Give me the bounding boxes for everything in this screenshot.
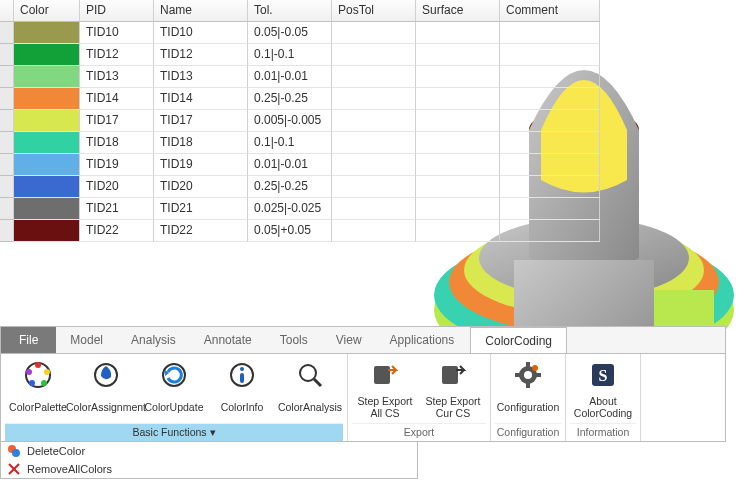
cell-comment[interactable] — [500, 44, 600, 66]
btn-colorinfo[interactable]: ColorInfo — [209, 358, 275, 421]
cell-pid[interactable]: TID17 — [80, 110, 154, 132]
cell-tol[interactable]: 0.1|-0.1 — [248, 44, 332, 66]
col-header-postol[interactable]: PosTol — [332, 0, 416, 22]
cell-postol[interactable] — [332, 154, 416, 176]
color-swatch[interactable] — [14, 110, 80, 132]
cell-surface[interactable] — [416, 44, 500, 66]
color-swatch[interactable] — [14, 154, 80, 176]
cell-name[interactable]: TID13 — [154, 66, 248, 88]
cell-surface[interactable] — [416, 198, 500, 220]
color-swatch[interactable] — [14, 66, 80, 88]
row-selector[interactable] — [0, 176, 14, 198]
cell-pid[interactable]: TID10 — [80, 22, 154, 44]
col-header-tol.[interactable]: Tol. — [248, 0, 332, 22]
cell-pid[interactable]: TID12 — [80, 44, 154, 66]
color-swatch[interactable] — [14, 132, 80, 154]
tab-colorcoding[interactable]: ColorCoding — [470, 327, 567, 353]
btn-about[interactable]: S About ColorCoding — [570, 358, 636, 421]
cell-surface[interactable] — [416, 88, 500, 110]
cell-postol[interactable] — [332, 176, 416, 198]
color-swatch[interactable] — [14, 22, 80, 44]
cell-surface[interactable] — [416, 176, 500, 198]
row-selector[interactable] — [0, 132, 14, 154]
cell-pid[interactable]: TID22 — [80, 220, 154, 242]
cell-name[interactable]: TID10 — [154, 22, 248, 44]
cell-postol[interactable] — [332, 44, 416, 66]
col-header-comment[interactable]: Comment — [500, 0, 600, 22]
cell-name[interactable]: TID17 — [154, 110, 248, 132]
btn-configuration[interactable]: Configuration — [495, 358, 561, 421]
cell-comment[interactable] — [500, 88, 600, 110]
cell-tol[interactable]: 0.25|-0.25 — [248, 176, 332, 198]
cell-comment[interactable] — [500, 66, 600, 88]
row-selector-header[interactable] — [0, 0, 14, 22]
cell-pid[interactable]: TID19 — [80, 154, 154, 176]
cell-surface[interactable] — [416, 66, 500, 88]
cell-tol[interactable]: 0.01|-0.01 — [248, 66, 332, 88]
cell-comment[interactable] — [500, 220, 600, 242]
cell-tol[interactable]: 0.025|-0.025 — [248, 198, 332, 220]
btn-coloranalysis[interactable]: ColorAnalysis — [277, 358, 343, 421]
cell-name[interactable]: TID18 — [154, 132, 248, 154]
cell-tol[interactable]: 0.01|-0.01 — [248, 154, 332, 176]
btn-stepexport-allcs[interactable]: Step Export All CS — [352, 358, 418, 421]
group-label-basic[interactable]: Basic Functions — [5, 423, 343, 441]
cell-postol[interactable] — [332, 198, 416, 220]
cell-tol[interactable]: 0.005|-0.005 — [248, 110, 332, 132]
cell-tol[interactable]: 0.05|+0.05 — [248, 220, 332, 242]
col-header-color[interactable]: Color — [14, 0, 80, 22]
tab-tools[interactable]: Tools — [266, 327, 322, 353]
col-header-pid[interactable]: PID — [80, 0, 154, 22]
row-selector[interactable] — [0, 110, 14, 132]
color-swatch[interactable] — [14, 198, 80, 220]
color-swatch[interactable] — [14, 220, 80, 242]
cell-name[interactable]: TID22 — [154, 220, 248, 242]
tab-annotate[interactable]: Annotate — [190, 327, 266, 353]
btn-colorupdate[interactable]: ColorUpdate — [141, 358, 207, 421]
cell-postol[interactable] — [332, 220, 416, 242]
cell-tol[interactable]: 0.1|-0.1 — [248, 132, 332, 154]
cell-pid[interactable]: TID13 — [80, 66, 154, 88]
cell-comment[interactable] — [500, 176, 600, 198]
cell-name[interactable]: TID21 — [154, 198, 248, 220]
tab-view[interactable]: View — [322, 327, 376, 353]
cell-comment[interactable] — [500, 110, 600, 132]
cell-name[interactable]: TID14 — [154, 88, 248, 110]
dd-removeallcolors[interactable]: RemoveAllColors — [1, 460, 417, 478]
cell-tol[interactable]: 0.25|-0.25 — [248, 88, 332, 110]
btn-colorassignment[interactable]: ColorAssignment — [73, 358, 139, 421]
cell-surface[interactable] — [416, 154, 500, 176]
cell-surface[interactable] — [416, 22, 500, 44]
cell-postol[interactable] — [332, 88, 416, 110]
row-selector[interactable] — [0, 198, 14, 220]
tab-model[interactable]: Model — [56, 327, 117, 353]
row-selector[interactable] — [0, 44, 14, 66]
color-swatch[interactable] — [14, 44, 80, 66]
cell-name[interactable]: TID20 — [154, 176, 248, 198]
cell-pid[interactable]: TID21 — [80, 198, 154, 220]
cell-comment[interactable] — [500, 198, 600, 220]
color-swatch[interactable] — [14, 176, 80, 198]
row-selector[interactable] — [0, 66, 14, 88]
cell-postol[interactable] — [332, 22, 416, 44]
col-header-surface[interactable]: Surface — [416, 0, 500, 22]
tab-applications[interactable]: Applications — [376, 327, 469, 353]
cell-comment[interactable] — [500, 22, 600, 44]
cell-tol[interactable]: 0.05|-0.05 — [248, 22, 332, 44]
cell-name[interactable]: TID19 — [154, 154, 248, 176]
col-header-name[interactable]: Name — [154, 0, 248, 22]
row-selector[interactable] — [0, 22, 14, 44]
dd-deletecolor[interactable]: DeleteColor — [1, 442, 417, 460]
row-selector[interactable] — [0, 154, 14, 176]
cell-postol[interactable] — [332, 132, 416, 154]
tab-file[interactable]: File — [1, 327, 56, 353]
cell-postol[interactable] — [332, 66, 416, 88]
cell-comment[interactable] — [500, 154, 600, 176]
row-selector[interactable] — [0, 88, 14, 110]
cell-pid[interactable]: TID14 — [80, 88, 154, 110]
tab-analysis[interactable]: Analysis — [117, 327, 190, 353]
cell-surface[interactable] — [416, 132, 500, 154]
color-swatch[interactable] — [14, 88, 80, 110]
cell-name[interactable]: TID12 — [154, 44, 248, 66]
cell-pid[interactable]: TID18 — [80, 132, 154, 154]
